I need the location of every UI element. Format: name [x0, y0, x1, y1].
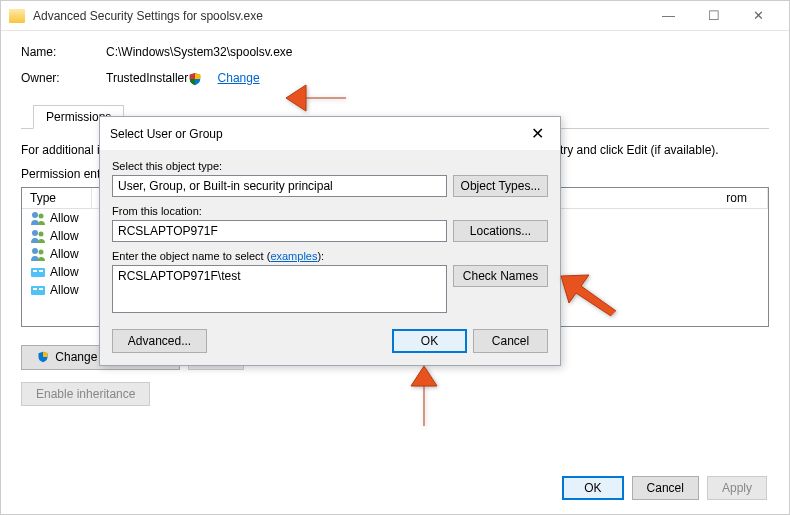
type-text: Allow — [50, 247, 79, 261]
enable-inheritance-button[interactable]: Enable inheritance — [21, 382, 150, 406]
window-controls: — ☐ ✕ — [646, 2, 781, 30]
svg-point-5 — [39, 249, 44, 254]
dialog-close-button[interactable]: ✕ — [525, 124, 550, 143]
dialog-body: Select this object type: Object Types...… — [100, 150, 560, 365]
minimize-button[interactable]: — — [646, 2, 691, 30]
group-icon — [30, 265, 46, 279]
type-text: Allow — [50, 229, 79, 243]
name-row: Name: C:\Windows\System32\spoolsv.exe — [21, 45, 769, 59]
object-name-input[interactable]: RCSLAPTOP971F\test — [112, 265, 447, 313]
owner-row: Owner: TrustedInstaller Change — [21, 71, 769, 86]
enter-name-pre: Enter the object name to select ( — [112, 250, 270, 262]
owner-label: Owner: — [21, 71, 106, 85]
svg-point-2 — [32, 230, 38, 236]
folder-icon — [9, 9, 25, 23]
type-text: Allow — [50, 211, 79, 225]
change-owner-link[interactable]: Change — [188, 71, 259, 86]
object-type-field — [112, 175, 447, 197]
location-field — [112, 220, 447, 242]
shield-icon — [36, 351, 50, 365]
enter-name-label: Enter the object name to select (example… — [112, 250, 548, 262]
advanced-button[interactable]: Advanced... — [112, 329, 207, 353]
ok-button[interactable]: OK — [562, 476, 623, 500]
svg-rect-9 — [31, 286, 45, 295]
titlebar: Advanced Security Settings for spoolsv.e… — [1, 1, 789, 31]
location-label: From this location: — [112, 205, 548, 217]
svg-rect-7 — [33, 270, 37, 272]
change-link-text: Change — [218, 71, 260, 85]
name-value: C:\Windows\System32\spoolsv.exe — [106, 45, 293, 59]
locations-button[interactable]: Locations... — [453, 220, 548, 242]
examples-link[interactable]: examples — [270, 250, 317, 262]
type-text: Allow — [50, 265, 79, 279]
object-types-button[interactable]: Object Types... — [453, 175, 548, 197]
users-icon — [30, 211, 46, 225]
name-label: Name: — [21, 45, 106, 59]
svg-point-3 — [39, 231, 44, 236]
enter-name-post: ): — [317, 250, 324, 262]
svg-point-0 — [32, 212, 38, 218]
maximize-button[interactable]: ☐ — [691, 2, 736, 30]
owner-value: TrustedInstaller — [106, 71, 188, 85]
col-type[interactable]: Type — [22, 188, 92, 208]
apply-button[interactable]: Apply — [707, 476, 767, 500]
object-type-label: Select this object type: — [112, 160, 548, 172]
group-icon — [30, 283, 46, 297]
dialog-ok-button[interactable]: OK — [392, 329, 467, 353]
dialog-titlebar: Select User or Group ✕ — [100, 117, 560, 150]
type-text: Allow — [50, 283, 79, 297]
svg-rect-10 — [33, 288, 37, 290]
svg-point-1 — [39, 213, 44, 218]
svg-rect-11 — [39, 288, 43, 290]
users-icon — [30, 247, 46, 261]
footer-buttons: OK Cancel Apply — [562, 476, 767, 500]
shield-icon — [188, 72, 202, 86]
close-button[interactable]: ✕ — [736, 2, 781, 30]
users-icon — [30, 229, 46, 243]
svg-rect-8 — [39, 270, 43, 272]
select-user-dialog: Select User or Group ✕ Select this objec… — [99, 116, 561, 366]
check-names-button[interactable]: Check Names — [453, 265, 548, 287]
svg-rect-6 — [31, 268, 45, 277]
dialog-cancel-button[interactable]: Cancel — [473, 329, 548, 353]
cancel-button[interactable]: Cancel — [632, 476, 699, 500]
svg-point-4 — [32, 248, 38, 254]
window-title: Advanced Security Settings for spoolsv.e… — [33, 9, 263, 23]
dialog-title: Select User or Group — [110, 127, 223, 141]
